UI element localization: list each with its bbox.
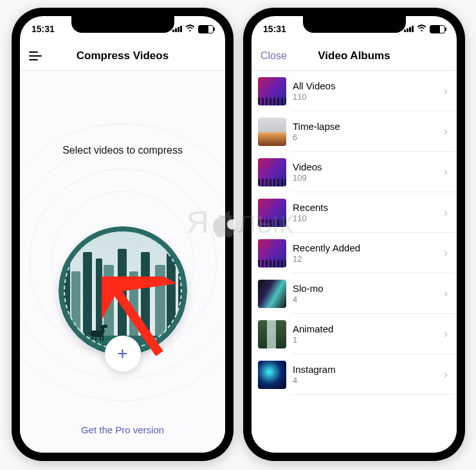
album-text: Slo-mo4: [293, 283, 444, 304]
cellular-signal-icon: [172, 26, 182, 32]
chevron-right-icon: ›: [444, 327, 448, 341]
album-count: 1: [293, 335, 444, 345]
album-title: Instagram: [293, 364, 444, 375]
nav-bar: Compress Videos: [20, 42, 225, 71]
album-row[interactable]: Recently Added12›: [252, 233, 457, 273]
nav-bar: Close Video Albums: [252, 42, 457, 71]
album-text: Videos109: [293, 161, 444, 183]
album-row[interactable]: Videos109›: [252, 152, 457, 192]
plus-icon: +: [117, 345, 127, 363]
chevron-right-icon: ›: [444, 125, 448, 138]
prompt-text: Select videos to compress: [20, 145, 225, 156]
chevron-right-icon: ›: [444, 246, 448, 260]
chevron-right-icon: ›: [444, 84, 448, 98]
album-count: 6: [293, 132, 444, 142]
chevron-right-icon: ›: [444, 287, 448, 300]
album-thumbnail: [258, 77, 286, 105]
album-row[interactable]: Animated1›: [252, 314, 457, 354]
page-title: Video Albums: [318, 50, 390, 62]
status-icons: [172, 24, 214, 34]
close-button[interactable]: Close: [261, 42, 287, 70]
album-row[interactable]: Recents110›: [252, 192, 457, 233]
cellular-signal-icon: [404, 26, 414, 32]
status-time: 15:31: [263, 24, 286, 34]
album-thumbnail: [258, 199, 286, 227]
status-time: 15:31: [32, 24, 55, 34]
left-phone-frame: 15:31 Compress Videos Select vid: [12, 8, 233, 461]
album-title: Recents: [293, 202, 444, 213]
album-row[interactable]: All Videos110›: [252, 71, 457, 111]
album-title: Slo-mo: [293, 283, 444, 294]
notch: [303, 16, 406, 33]
album-thumbnail: [258, 239, 286, 267]
album-count: 110: [293, 213, 444, 223]
album-list[interactable]: All Videos110›Time-lapse6›Videos109›Rece…: [252, 71, 457, 453]
album-text: Recents110: [293, 202, 444, 223]
album-title: Recently Added: [293, 242, 444, 253]
chevron-right-icon: ›: [444, 165, 448, 179]
album-title: Time-lapse: [293, 121, 444, 132]
album-title: Animated: [293, 323, 444, 334]
wifi-icon: [185, 24, 195, 34]
album-thumbnail: [258, 158, 286, 186]
right-screen: 15:31 Close Video Albums All Videos110›T…: [252, 16, 457, 453]
album-count: 4: [293, 294, 444, 304]
album-thumbnail: [258, 118, 286, 146]
album-row[interactable]: Instagram4›: [252, 354, 457, 395]
album-thumbnail: [258, 280, 286, 308]
chevron-right-icon: ›: [444, 206, 448, 219]
album-count: 109: [293, 173, 444, 183]
main-content: Select videos to compress: [20, 71, 225, 453]
album-thumbnail: [258, 320, 286, 348]
status-icons: [404, 24, 445, 34]
album-text: Time-lapse6: [293, 121, 444, 142]
add-videos-button[interactable]: +: [105, 336, 141, 372]
album-text: Instagram4: [293, 364, 444, 385]
chevron-right-icon: ›: [444, 368, 448, 381]
left-screen: 15:31 Compress Videos Select vid: [20, 16, 225, 453]
album-count: 110: [293, 92, 444, 102]
album-row[interactable]: Time-lapse6›: [252, 111, 457, 152]
battery-icon: [198, 25, 214, 33]
get-pro-link[interactable]: Get the Pro version: [20, 424, 225, 435]
menu-button[interactable]: [29, 42, 42, 70]
album-title: All Videos: [293, 80, 444, 91]
album-text: Recently Added12: [293, 242, 444, 264]
hamburger-icon: [29, 51, 42, 60]
notch: [71, 16, 174, 33]
album-thumbnail: [258, 361, 286, 389]
album-title: Videos: [293, 161, 444, 172]
album-text: All Videos110: [293, 80, 444, 102]
battery-icon: [430, 25, 445, 33]
album-text: Animated1: [293, 323, 444, 345]
right-phone-frame: 15:31 Close Video Albums All Videos110›T…: [243, 8, 465, 461]
wifi-icon: [417, 24, 426, 34]
album-count: 4: [293, 375, 444, 385]
album-row[interactable]: Slo-mo4›: [252, 273, 457, 314]
album-count: 12: [293, 254, 444, 264]
page-title: Compress Videos: [77, 50, 169, 62]
